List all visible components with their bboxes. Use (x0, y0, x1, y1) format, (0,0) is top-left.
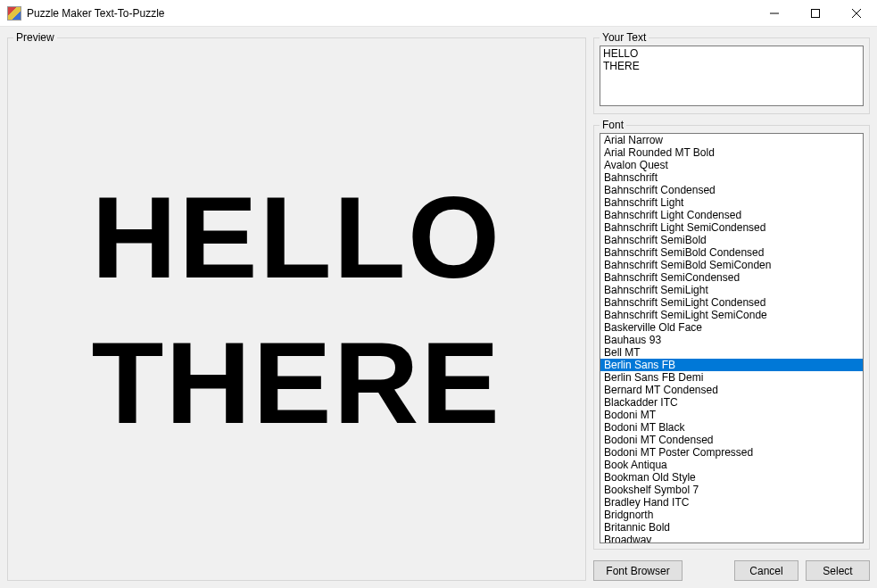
your-text-groupbox: Your Text (593, 37, 870, 114)
font-item[interactable]: Bell MT (600, 346, 863, 359)
font-item[interactable]: Bodoni MT (600, 409, 863, 421)
preview-canvas: HELLO THERE (13, 46, 580, 575)
font-item[interactable]: Bahnschrift SemiCondensed (600, 271, 863, 284)
font-item[interactable]: Bahnschrift (600, 171, 863, 184)
font-item[interactable]: Bradley Hand ITC (600, 496, 863, 509)
font-item[interactable]: Bahnschrift Light Condensed (600, 209, 863, 221)
font-item[interactable]: Bauhaus 93 (600, 334, 863, 346)
minimize-button[interactable] (754, 0, 795, 27)
preview-legend: Preview (13, 31, 57, 44)
font-item[interactable]: Book Antiqua (600, 459, 863, 471)
font-item[interactable]: Bahnschrift Light (600, 196, 863, 209)
font-item[interactable]: Bahnschrift SemiBold SemiConden (600, 259, 863, 271)
your-text-legend: Your Text (600, 31, 649, 44)
font-browser-button[interactable]: Font Browser (593, 560, 683, 581)
font-item[interactable]: Bahnschrift SemiLight Condensed (600, 296, 863, 309)
font-item[interactable]: Bodoni MT Condensed (600, 434, 863, 446)
font-item[interactable]: Arial Narrow (600, 134, 863, 146)
font-listbox[interactable]: Arial NarrowArial Rounded MT BoldAvalon … (600, 133, 864, 543)
client-area: Preview HELLO THERE Your Text Font Arial… (0, 27, 877, 588)
svg-rect-1 (812, 9, 820, 17)
font-item[interactable]: Bridgnorth (600, 509, 863, 521)
app-icon (7, 6, 21, 21)
your-text-input[interactable] (600, 46, 864, 106)
font-item[interactable]: Bookshelf Symbol 7 (600, 484, 863, 496)
cancel-button[interactable]: Cancel (734, 560, 798, 581)
titlebar: Puzzle Maker Text-To-Puzzle (0, 0, 877, 27)
button-row: Font Browser Cancel Select (593, 555, 870, 581)
font-item[interactable]: Avalon Quest (600, 159, 863, 171)
font-item[interactable]: Bahnschrift SemiLight (600, 284, 863, 296)
font-item[interactable]: Bahnschrift SemiBold Condensed (600, 246, 863, 259)
font-item[interactable]: Bodoni MT Black (600, 421, 863, 434)
font-item[interactable]: Bahnschrift SemiBold (600, 234, 863, 246)
close-button[interactable] (836, 0, 877, 27)
font-legend: Font (600, 119, 626, 131)
font-item[interactable]: Bodoni MT Poster Compressed (600, 446, 863, 459)
font-item[interactable]: Baskerville Old Face (600, 321, 863, 334)
window-title: Puzzle Maker Text-To-Puzzle (27, 7, 165, 20)
font-item[interactable]: Blackadder ITC (600, 396, 863, 409)
select-button[interactable]: Select (806, 560, 870, 581)
font-item[interactable]: Bernard MT Condensed (600, 384, 863, 396)
font-item[interactable]: Berlin Sans FB Demi (600, 371, 863, 384)
font-item[interactable]: Bookman Old Style (600, 471, 863, 484)
font-groupbox: Font Arial NarrowArial Rounded MT BoldAv… (593, 125, 870, 550)
preview-column: Preview HELLO THERE (7, 32, 586, 581)
preview-text: HELLO THERE (92, 165, 502, 455)
font-item[interactable]: Broadway (600, 534, 863, 543)
font-item[interactable]: Berlin Sans FB (600, 359, 863, 371)
right-column: Your Text Font Arial NarrowArial Rounded… (593, 32, 870, 581)
font-item[interactable]: Bahnschrift Light SemiCondensed (600, 221, 863, 234)
font-item[interactable]: Bahnschrift Condensed (600, 184, 863, 196)
maximize-button[interactable] (795, 0, 836, 27)
font-item[interactable]: Arial Rounded MT Bold (600, 146, 863, 159)
font-item[interactable]: Britannic Bold (600, 521, 863, 534)
font-item[interactable]: Bahnschrift SemiLight SemiConde (600, 309, 863, 321)
preview-groupbox: Preview HELLO THERE (7, 37, 586, 581)
